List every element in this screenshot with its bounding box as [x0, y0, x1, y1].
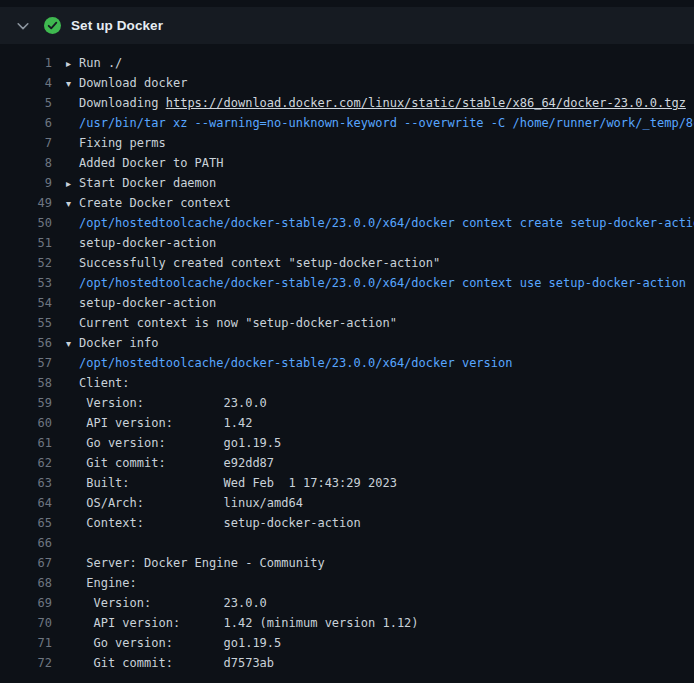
log-text: Added Docker to PATH [79, 156, 224, 170]
line-number[interactable]: 54 [0, 293, 52, 313]
log-group-line[interactable]: 9 ▸Start Docker daemon [0, 173, 694, 193]
log-line: 8 Added Docker to PATH [0, 153, 694, 173]
line-number[interactable]: 53 [0, 273, 52, 293]
line-content: Current context is now "setup-docker-act… [52, 313, 397, 333]
line-number[interactable]: 55 [0, 313, 52, 333]
line-number[interactable]: 61 [0, 433, 52, 453]
log-text: Fixing perms [79, 136, 166, 150]
log-lines: 1 ▸Run ./ 4 ▾Download docker 5 Downloadi… [0, 44, 694, 673]
line-number[interactable]: 56 [0, 333, 52, 353]
step-header[interactable]: Set up Docker [0, 7, 694, 44]
log-text: Download docker [79, 76, 187, 90]
line-number[interactable]: 8 [0, 153, 52, 173]
line-content: Downloading https://download.docker.com/… [52, 93, 686, 113]
workflow-log-page: Set up Docker 1 ▸Run ./ 4 ▾Download dock… [0, 7, 694, 683]
log-line: 57 /opt/hostedtoolcache/docker-stable/23… [0, 353, 694, 373]
log-group-line[interactable]: 1 ▸Run ./ [0, 53, 694, 73]
group-toggle-icon[interactable]: ▾ [66, 334, 79, 353]
log-group-line[interactable]: 49 ▾Create Docker context [0, 193, 694, 213]
line-number[interactable]: 52 [0, 253, 52, 273]
log-group-line[interactable]: 56 ▾Docker info [0, 333, 694, 353]
log-text: /opt/hostedtoolcache/docker-stable/23.0.… [79, 216, 694, 230]
log-group-line[interactable]: 4 ▾Download docker [0, 73, 694, 93]
line-number[interactable]: 68 [0, 573, 52, 593]
log-line: 59 Version: 23.0.0 [0, 393, 694, 413]
line-content: ▸Run ./ [52, 53, 122, 73]
line-content: Version: 23.0.0 [52, 593, 267, 613]
line-number[interactable]: 59 [0, 393, 52, 413]
line-number[interactable]: 62 [0, 453, 52, 473]
log-line: 66 [0, 533, 694, 553]
line-content: setup-docker-action [52, 233, 216, 253]
line-number[interactable]: 69 [0, 593, 52, 613]
line-number[interactable]: 49 [0, 193, 52, 213]
log-text: /opt/hostedtoolcache/docker-stable/23.0.… [79, 276, 686, 290]
log-text: Go version: go1.19.5 [79, 436, 281, 450]
line-number[interactable]: 71 [0, 633, 52, 653]
log-line: 64 OS/Arch: linux/amd64 [0, 493, 694, 513]
line-number[interactable]: 65 [0, 513, 52, 533]
log-text: OS/Arch: linux/amd64 [79, 496, 303, 510]
line-number[interactable]: 1 [0, 53, 52, 73]
log-link[interactable]: https://download.docker.com/linux/static… [166, 96, 686, 110]
group-toggle-icon[interactable]: ▸ [66, 54, 79, 73]
log-line: 54 setup-docker-action [0, 293, 694, 313]
log-line: 53 /opt/hostedtoolcache/docker-stable/23… [0, 273, 694, 293]
line-content: Go version: go1.19.5 [52, 433, 281, 453]
success-check-icon [44, 17, 61, 34]
line-content: ▾Docker info [52, 333, 158, 353]
line-number[interactable]: 57 [0, 353, 52, 373]
line-content: Server: Docker Engine - Community [52, 553, 325, 573]
step-title: Set up Docker [71, 18, 163, 33]
log-line: 7 Fixing perms [0, 133, 694, 153]
group-toggle-icon[interactable]: ▾ [66, 194, 79, 213]
line-number[interactable]: 9 [0, 173, 52, 193]
line-number[interactable]: 64 [0, 493, 52, 513]
line-number[interactable]: 63 [0, 473, 52, 493]
log-line: 67 Server: Docker Engine - Community [0, 553, 694, 573]
log-text: Go version: go1.19.5 [79, 636, 281, 650]
log-text: Client: [79, 376, 130, 390]
line-number[interactable]: 70 [0, 613, 52, 633]
line-content: Fixing perms [52, 133, 166, 153]
line-number[interactable]: 58 [0, 373, 52, 393]
line-content: ▾Download docker [52, 73, 187, 93]
log-line: 62 Git commit: e92dd87 [0, 453, 694, 473]
line-content: setup-docker-action [52, 293, 216, 313]
line-number[interactable]: 67 [0, 553, 52, 573]
line-number[interactable]: 7 [0, 133, 52, 153]
line-content: /opt/hostedtoolcache/docker-stable/23.0.… [52, 353, 512, 373]
log-text: setup-docker-action [79, 296, 216, 310]
log-line: 63 Built: Wed Feb 1 17:43:29 2023 [0, 473, 694, 493]
line-content: OS/Arch: linux/amd64 [52, 493, 303, 513]
line-number[interactable]: 5 [0, 93, 52, 113]
group-toggle-icon[interactable]: ▾ [66, 74, 79, 93]
line-content: ▸Start Docker daemon [52, 173, 216, 193]
line-content: Go version: go1.19.5 [52, 633, 281, 653]
line-number[interactable]: 6 [0, 113, 52, 133]
line-number[interactable]: 66 [0, 533, 52, 553]
line-number[interactable]: 51 [0, 233, 52, 253]
line-number[interactable]: 4 [0, 73, 52, 93]
line-number[interactable]: 72 [0, 653, 52, 673]
line-content: ▾Create Docker context [52, 193, 231, 213]
log-text: Run ./ [79, 56, 122, 70]
line-number[interactable]: 50 [0, 213, 52, 233]
log-text: Downloading [79, 96, 166, 110]
log-text: /opt/hostedtoolcache/docker-stable/23.0.… [79, 356, 512, 370]
log-text: Git commit: e92dd87 [79, 456, 274, 470]
line-number[interactable]: 60 [0, 413, 52, 433]
log-text: Git commit: d7573ab [79, 656, 274, 670]
log-line: 52 Successfully created context "setup-d… [0, 253, 694, 273]
group-toggle-icon[interactable]: ▸ [66, 174, 79, 193]
log-line: 69 Version: 23.0.0 [0, 593, 694, 613]
log-text: Server: Docker Engine - Community [79, 556, 325, 570]
log-line: 58 Client: [0, 373, 694, 393]
line-content: Version: 23.0.0 [52, 393, 267, 413]
log-text: Current context is now "setup-docker-act… [79, 316, 397, 330]
log-line: 61 Go version: go1.19.5 [0, 433, 694, 453]
chevron-down-icon[interactable] [14, 17, 32, 35]
log-line: 51 setup-docker-action [0, 233, 694, 253]
line-content: /opt/hostedtoolcache/docker-stable/23.0.… [52, 213, 694, 233]
line-content [52, 533, 79, 553]
